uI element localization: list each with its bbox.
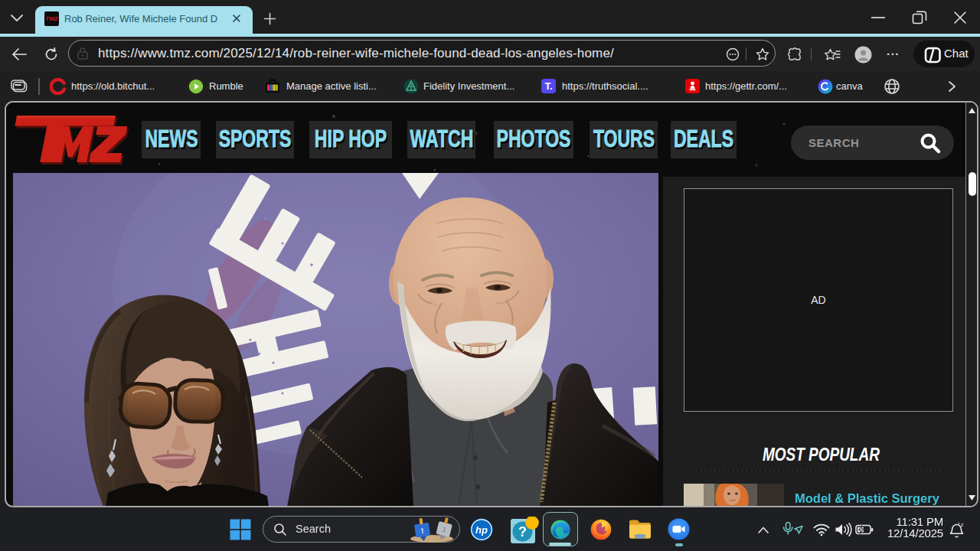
svg-text:hp: hp xyxy=(475,524,488,536)
svg-text:?: ? xyxy=(518,524,527,540)
svg-text:z: z xyxy=(958,522,960,526)
svg-text:z: z xyxy=(961,522,964,527)
